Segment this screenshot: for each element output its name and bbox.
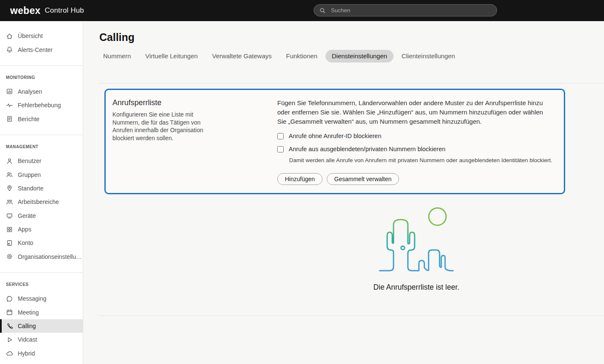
sidebar-item-label: Übersicht (18, 33, 43, 39)
sidebar-item-apps[interactable]: Apps (0, 223, 83, 236)
sidebar-item-organisationseinstellun[interactable]: Organisationseinstellun... (0, 250, 83, 263)
panel-right-column: Fügen Sie Telefonnummern, Ländervorwahle… (277, 98, 554, 185)
sidebar-item-label: Alerts-Center (18, 46, 52, 53)
panel-buttons: HinzufügenGesammelt verwalten (277, 173, 554, 185)
sidebar: Übersicht Alerts-Center MONITORING Analy… (0, 21, 83, 364)
sidebar-divider (0, 65, 83, 66)
sidebar-item-konto[interactable]: Konto (0, 236, 83, 250)
sidebar-item-label: Analysen (18, 88, 42, 95)
gear-icon (6, 253, 13, 260)
sidebar-item-label: Messaging (18, 295, 46, 302)
app-logo[interactable]: webex Control Hub (10, 0, 84, 21)
sidebar-divider (0, 135, 83, 135)
sidebar-item-messaging[interactable]: Messaging (0, 292, 83, 305)
report-icon (6, 115, 13, 122)
chat-bubble-icon (6, 295, 13, 302)
empty-state-message: Die Anrufsperrliste ist leer. (361, 283, 471, 292)
tab-funktionen[interactable]: Funktionen (280, 50, 324, 62)
panel-info-text: Fügen Sie Telefonnummern, Ländervorwahle… (277, 98, 554, 126)
group-icon (6, 171, 13, 178)
sidebar-item-fehlerbehebung[interactable]: Fehlerbehebung (0, 98, 83, 112)
sidebar-item-label: Berichte (18, 116, 39, 122)
panel-description: Konfigurieren Sie eine Liste mit Nummern… (112, 111, 221, 142)
page-title: Calling (99, 31, 604, 43)
sidebar-item-arbeitsbereiche[interactable]: Arbeitsbereiche (0, 195, 83, 209)
webex-logo: webex (10, 5, 41, 16)
checkbox-anrufe-aus-ausgeblendeten-privaten-nummern-blockieren[interactable] (277, 146, 284, 152)
main-content: Calling NummernVirtuelle LeitungenVerwal… (83, 21, 604, 364)
cactus-loop-detail (401, 246, 404, 250)
sidebar-item-benutzer[interactable]: Benutzer (0, 154, 83, 168)
sidebar-item-label: Organisationseinstellun... (18, 253, 83, 260)
sidebar-item-label: Apps (18, 226, 31, 233)
sidebar-item-bersicht[interactable]: Übersicht (0, 29, 83, 43)
phone-icon (6, 323, 13, 330)
sidebar-item-gruppen[interactable]: Gruppen (0, 168, 83, 181)
apps-grid-icon (6, 226, 13, 233)
empty-state: Die Anrufsperrliste ist leer. (361, 206, 471, 292)
hinzuf-gen-button[interactable]: Hinzufügen (277, 173, 322, 185)
analytics-icon (6, 88, 13, 95)
checkbox-area: Anrufe ohne Anrufer-ID blockieren Anrufe… (277, 133, 554, 163)
sidebar-item-label: Calling (18, 323, 36, 329)
sidebar-item-label: Standorte (18, 185, 44, 192)
sidebar-item-berichte[interactable]: Berichte (0, 112, 83, 126)
sidebar-item-vidcast[interactable]: Vidcast (0, 333, 83, 346)
cloud-icon (6, 350, 13, 357)
sidebar-item-label: Geräte (18, 212, 36, 219)
sun-icon (429, 208, 446, 225)
cactus-and-rocks-icon (380, 220, 453, 271)
sidebar-item-label: Vidcast (18, 336, 37, 343)
gesammelt-verwalten-button[interactable]: Gesammelt verwalten (327, 173, 399, 185)
sidebar-item-label: Konto (18, 239, 33, 246)
tab-bar: NummernVirtuelle LeitungenVerwaltete Gat… (97, 50, 604, 62)
sidebar-item-calling[interactable]: Calling (0, 319, 83, 333)
sidebar-item-analysen[interactable]: Analysen (0, 85, 83, 98)
checkbox-label: Anrufe aus ausgeblendeten/privaten Numme… (289, 146, 445, 152)
sidebar-item-label: Meeting (18, 309, 39, 316)
sidebar-item-ger-te[interactable]: Geräte (0, 209, 83, 223)
desert-cactus-sun-illustration (376, 206, 456, 275)
search-icon (319, 7, 326, 14)
checkbox-label: Anrufe ohne Anrufer-ID blockieren (289, 133, 381, 139)
search-input[interactable] (330, 7, 492, 14)
checkbox-row: Anrufe ohne Anrufer-ID blockieren (277, 133, 554, 139)
panel-title: Anrufsperrliste (112, 98, 277, 107)
panel-left-column: Anrufsperrliste Konfigurieren Sie eine L… (112, 98, 277, 185)
tabs-divider (98, 83, 604, 84)
account-icon (6, 239, 13, 247)
sidebar-section-monitoring: MONITORING (6, 75, 83, 80)
checkbox-row: Anrufe aus ausgeblendeten/privaten Numme… (277, 146, 554, 152)
bell-icon (6, 46, 13, 53)
sidebar-section-management: MANAGEMENT (6, 144, 83, 149)
checkbox-anrufe-ohne-anrufer-id-blockieren[interactable] (277, 133, 284, 139)
tab-diensteinstellungen[interactable]: Diensteinstellungen (325, 50, 394, 62)
sidebar-section-services: SERVICES (6, 282, 83, 287)
sidebar-item-alerts-center[interactable]: Alerts-Center (0, 43, 83, 56)
checkbox-helper-text: Damit werden alle Anrufe von Anrufern mi… (289, 157, 554, 163)
control-hub-label: Control Hub (45, 6, 84, 15)
app-header: webex Control Hub (0, 0, 604, 21)
play-icon (6, 336, 13, 343)
location-pin-icon (6, 185, 13, 192)
troubleshooting-icon (6, 102, 13, 109)
bottom-divider (99, 315, 604, 316)
sidebar-divider (0, 272, 83, 273)
sidebar-item-label: Arbeitsbereiche (18, 198, 59, 205)
sidebar-item-label: Hybrid (18, 350, 35, 357)
device-icon (6, 212, 13, 219)
tab-virtuelle-leitungen[interactable]: Virtuelle Leitungen (139, 50, 204, 62)
sidebar-item-label: Fehlerbehebung (18, 102, 61, 109)
tab-nummern[interactable]: Nummern (97, 50, 137, 62)
sidebar-item-label: Benutzer (18, 158, 41, 164)
global-search[interactable] (314, 4, 497, 16)
sidebar-item-label: Gruppen (18, 171, 41, 178)
user-icon (6, 158, 13, 165)
calendar-icon (6, 309, 13, 316)
sidebar-item-standorte[interactable]: Standorte (0, 182, 83, 195)
sidebar-item-hybrid[interactable]: Hybrid (0, 347, 83, 360)
tab-verwaltete-gateways[interactable]: Verwaltete Gateways (206, 50, 278, 62)
workspaces-icon (6, 198, 13, 206)
sidebar-item-meeting[interactable]: Meeting (0, 305, 83, 319)
tab-clienteinstellungen[interactable]: Clienteinstellungen (395, 50, 462, 62)
